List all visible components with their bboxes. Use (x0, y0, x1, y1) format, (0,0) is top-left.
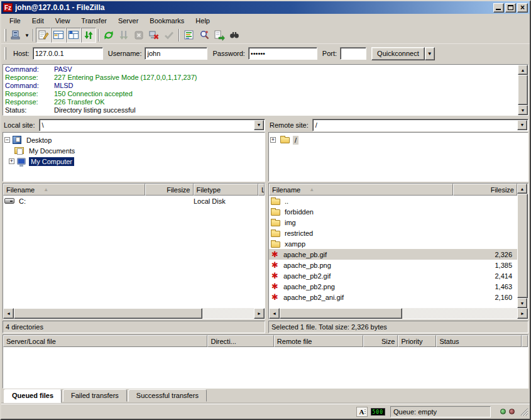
column-status[interactable]: Status (436, 335, 522, 347)
tree-expand-icon[interactable]: + (9, 158, 14, 164)
remote-row[interactable]: ✱apache_pb2_ani.gif2,160 (269, 292, 517, 302)
menu-bar: File Edit View Transfer Server Bookmarks… (1, 14, 530, 27)
site-manager-dropdown[interactable]: ▼ (23, 28, 31, 43)
drive-icon (4, 198, 14, 204)
column-filesize[interactable]: Filesize (453, 184, 517, 196)
column-direction[interactable]: Directi... (207, 335, 273, 347)
tree-item-label[interactable]: Desktop (25, 136, 53, 145)
maximize-button[interactable] (505, 3, 516, 13)
menu-edit[interactable]: Edit (26, 16, 50, 26)
menu-bookmarks[interactable]: Bookmarks (144, 16, 190, 26)
menu-server[interactable]: Server (112, 16, 144, 26)
minimize-button[interactable] (493, 3, 504, 13)
column-filename[interactable]: Filename▲ (3, 184, 145, 196)
toolbar-grip[interactable] (4, 29, 6, 41)
file-name: restricted (283, 229, 457, 237)
scroll-up-icon[interactable]: ▲ (517, 184, 527, 194)
column-size[interactable]: Size (363, 335, 398, 347)
log-line-label: Status: (5, 106, 54, 114)
process-queue-button[interactable] (116, 28, 131, 43)
reconnect-button[interactable] (161, 28, 177, 43)
disconnect-button[interactable] (146, 28, 161, 43)
speed-limit-indicator-icon[interactable]: 500 (371, 408, 385, 416)
remote-row[interactable]: ✱apache_pb.png1,385 (269, 260, 517, 270)
column-filesize[interactable]: Filesize (145, 184, 194, 196)
column-last-modified[interactable]: L (258, 184, 265, 196)
datatype-indicator-icon[interactable]: A (356, 407, 368, 417)
scrollbar-thumb[interactable] (280, 308, 402, 319)
username-input[interactable] (145, 47, 207, 60)
find-files-button[interactable] (227, 28, 242, 43)
synchronized-browsing-button[interactable] (197, 28, 212, 43)
chevron-down-icon[interactable]: ▼ (254, 120, 264, 130)
resize-grip[interactable] (520, 407, 528, 416)
remote-row[interactable]: restricted (269, 228, 517, 238)
queue-body[interactable] (3, 347, 528, 388)
tree-item-label[interactable]: My Documents (27, 146, 77, 155)
remote-row[interactable]: .. (269, 196, 517, 206)
toggle-local-tree-button[interactable] (51, 28, 66, 43)
remote-row[interactable]: forbidden (269, 206, 517, 217)
menu-view[interactable]: View (50, 16, 76, 26)
title-bar[interactable]: Fz john@127.0.0.1 - FileZilla × (1, 1, 530, 14)
refresh-button[interactable] (101, 28, 116, 43)
scroll-up-icon[interactable]: ▲ (518, 65, 528, 75)
maximize-icon (508, 5, 513, 10)
local-horizontal-scrollbar[interactable]: ◄ ► (3, 308, 265, 319)
port-input[interactable] (340, 47, 366, 60)
tree-collapse-icon[interactable]: − (4, 137, 10, 143)
local-row-c-drive[interactable]: C: Local Disk (3, 196, 265, 206)
toggle-transfer-queue-button[interactable] (81, 28, 96, 43)
quickconnect-grip[interactable] (4, 47, 6, 60)
password-input[interactable] (248, 47, 317, 60)
tree-item-root[interactable]: + / (270, 135, 527, 145)
tree-item-label[interactable]: / (293, 136, 298, 145)
scroll-down-icon[interactable]: ▼ (517, 298, 527, 308)
scroll-down-icon[interactable]: ▼ (518, 105, 528, 115)
tree-expand-icon[interactable]: + (270, 137, 276, 143)
column-filename[interactable]: Filename▲ (269, 184, 453, 196)
column-filetype[interactable]: Filetype (194, 184, 259, 196)
tab-queued-files[interactable]: Queued files (4, 389, 62, 403)
scrollbar-thumb[interactable] (14, 308, 202, 319)
directory-filter-button[interactable] (212, 28, 227, 43)
cancel-button[interactable] (131, 28, 146, 43)
tree-item-my-computer[interactable]: + My Computer (4, 156, 263, 167)
scroll-left-icon[interactable]: ◄ (269, 308, 280, 319)
scroll-right-icon[interactable]: ► (517, 308, 528, 319)
remote-horizontal-scrollbar[interactable]: ◄ ► (269, 308, 528, 319)
remote-row-selected[interactable]: ✱apache_pb.gif2,326 (269, 249, 517, 260)
menu-help[interactable]: Help (190, 16, 216, 26)
scrollbar-thumb[interactable] (518, 75, 528, 105)
toggle-message-log-button[interactable] (36, 28, 51, 43)
tree-item-desktop[interactable]: − Desktop (4, 135, 263, 145)
remote-row[interactable]: xampp (269, 238, 517, 249)
quickconnect-button[interactable]: Quickconnect (371, 47, 425, 60)
close-button[interactable]: × (517, 3, 528, 13)
tab-failed-transfers[interactable]: Failed transfers (63, 389, 127, 402)
local-site-combo[interactable]: \ ▼ (39, 119, 265, 131)
quickconnect-dropdown[interactable]: ▼ (425, 47, 435, 60)
menu-file[interactable]: File (4, 16, 26, 26)
site-manager-button[interactable] (8, 28, 23, 43)
remote-vertical-scrollbar[interactable]: ▲ ▼ (517, 184, 528, 308)
remote-row[interactable]: ✱apache_pb2.png1,463 (269, 281, 517, 292)
scroll-left-icon[interactable]: ◄ (3, 308, 14, 319)
log-scrollbar[interactable]: ▲ ▼ (518, 65, 528, 115)
host-input[interactable] (33, 47, 103, 60)
remote-row[interactable]: img (269, 217, 517, 228)
toggle-remote-tree-button[interactable] (66, 28, 81, 43)
column-remote-file[interactable]: Remote file (274, 335, 363, 347)
remote-row[interactable]: ✱apache_pb2.gif2,414 (269, 270, 517, 281)
directory-comparison-button[interactable] (182, 28, 197, 43)
column-server-local-file[interactable]: Server/Local file (3, 335, 207, 347)
tree-item-label[interactable]: My Computer (29, 157, 74, 166)
remote-site-combo[interactable]: / ▼ (312, 119, 528, 131)
scroll-right-icon[interactable]: ► (254, 308, 265, 319)
chevron-down-icon[interactable]: ▼ (517, 120, 527, 130)
column-priority[interactable]: Priority (398, 335, 436, 347)
scrollbar-thumb[interactable] (517, 194, 528, 298)
tree-item-my-documents[interactable]: My Documents (4, 145, 263, 156)
tab-successful-transfers[interactable]: Successful transfers (128, 389, 207, 402)
menu-transfer[interactable]: Transfer (75, 16, 112, 26)
